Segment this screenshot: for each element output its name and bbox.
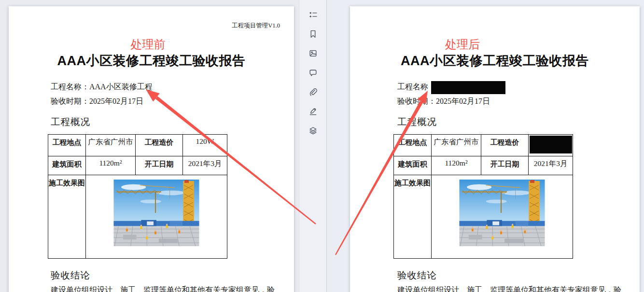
field-project-name-value: AAA小区装修工程: [89, 83, 153, 91]
cell-start-value: 2021年3月: [183, 156, 227, 175]
cell-location-value: 广东省广州市: [86, 135, 136, 156]
cell-cost-label: 工程造价: [481, 135, 529, 156]
cell-cost-value: [529, 135, 573, 156]
section-heading-conclusion: 验收结论: [51, 269, 90, 282]
stage-label-before: 处理前: [5, 37, 291, 52]
report-fields: 工程名称 验收时期：2025年02月17日: [397, 80, 505, 109]
field-acceptance-date-label: 验收时期：: [397, 97, 436, 105]
section-heading-overview: 工程概况: [51, 115, 90, 128]
redaction-box-project-name: [431, 81, 505, 94]
cell-photo-label: 施工效果图: [394, 175, 432, 259]
signature-icon[interactable]: [307, 107, 319, 116]
field-acceptance-date-value: 2025年02月17日: [436, 97, 490, 105]
report-title: AAA小区装修工程竣工验收报告: [9, 52, 294, 70]
cell-area-value: 1120m²: [432, 156, 481, 175]
redaction-box-cost: [530, 136, 572, 153]
attachment-icon[interactable]: [307, 87, 319, 97]
overview-table: 工程地点 广东省广州市 工程造价 建筑面积 1120m² 开工日期 2021年3…: [393, 134, 573, 259]
field-acceptance-date-value: 2025年02月17日: [89, 97, 143, 105]
document-pane-after: 处理后 AAA小区装修工程竣工验收报告 工程名称 验收时期：2025年02月17…: [327, 0, 644, 292]
construction-photo: [459, 180, 546, 246]
cell-photo-label: 施工效果图: [48, 175, 86, 259]
field-acceptance-date: 验收时期：2025年02月17日: [51, 94, 153, 109]
section-heading-overview: 工程概况: [397, 115, 437, 128]
ai-outline-icon[interactable]: [307, 10, 319, 19]
layers-icon[interactable]: [307, 126, 319, 135]
field-acceptance-date-label: 验收时期：: [51, 97, 89, 105]
report-title: AAA小区装修工程竣工验收报告: [350, 52, 640, 70]
field-acceptance-date: 验收时期：2025年02月17日: [397, 94, 505, 109]
cell-start-label: 开工日期: [136, 156, 183, 175]
cell-location-label: 工程地点: [48, 135, 86, 156]
overview-table: 工程地点 广东省广州市 工程造价 120W 建筑面积 1120m² 开工日期 2…: [48, 134, 227, 259]
cell-photo: [86, 175, 227, 259]
cell-photo: [432, 175, 573, 259]
cell-start-label: 开工日期: [481, 156, 529, 175]
field-project-name: 工程名称：AAA小区装修工程: [51, 80, 153, 94]
cell-area-label: 建筑面积: [48, 156, 86, 175]
section-heading-conclusion: 验收结论: [397, 269, 437, 282]
document-pane-before: 工程项目管理V1.0 处理前 AAA小区装修工程竣工验收报告 工程名称：AAA小…: [0, 0, 299, 292]
cell-area-label: 建筑面积: [394, 156, 432, 175]
construction-photo: [113, 180, 200, 246]
field-project-name-label: 工程名称: [397, 83, 428, 91]
document-page-before: 工程项目管理V1.0 处理前 AAA小区装修工程竣工验收报告 工程名称：AAA小…: [9, 6, 294, 292]
conclusion-text: 建设单位组织设计、施工、监理等单位和其他有关专家组意见，验: [397, 285, 621, 292]
cell-area-value: 1120m²: [86, 156, 136, 175]
document-page-after: 处理后 AAA小区装修工程竣工验收报告 工程名称 验收时期：2025年02月17…: [350, 6, 640, 292]
cell-start-value: 2021年3月: [529, 156, 573, 175]
app-window: 工程项目管理V1.0 处理前 AAA小区装修工程竣工验收报告 工程名称：AAA小…: [0, 0, 644, 292]
cell-location-value: 广东省广州市: [432, 135, 481, 156]
field-project-name-label: 工程名称：: [51, 83, 89, 91]
stage-label-after: 处理后: [318, 37, 607, 52]
field-project-name: 工程名称: [397, 80, 505, 94]
report-fields: 工程名称：AAA小区装修工程 验收时期：2025年02月17日: [51, 80, 153, 109]
cell-cost-value: 120W: [183, 135, 227, 156]
conclusion-text: 建设单位组织设计、施工、监理等单位和其他有关专家组意见，验: [51, 285, 275, 292]
cell-location-label: 工程地点: [394, 135, 432, 156]
cell-cost-label: 工程造价: [136, 135, 183, 156]
document-header-text: 工程项目管理V1.0: [232, 22, 280, 30]
comment-icon[interactable]: [307, 68, 319, 77]
